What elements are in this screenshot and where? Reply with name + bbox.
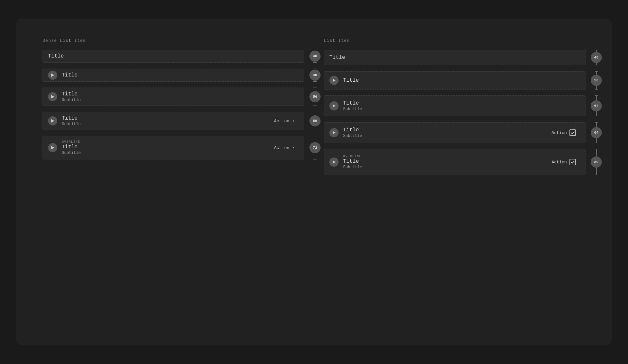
text-group: TitleSubtitle	[62, 115, 274, 126]
list-item-wrapper-list-2: Title56	[324, 71, 585, 90]
size-indicator: 64	[589, 122, 603, 143]
item-subtitle: Subtitle	[62, 98, 299, 102]
list-item-wrapper-dense-4: TitleSubtitleAction›56	[43, 112, 304, 130]
column-1: List ItemTitle48 Title56 TitleSubtitle64…	[324, 38, 585, 326]
text-group: OverlineTitleSubtitle	[62, 140, 274, 155]
list-item-dense-5[interactable]: OverlineTitleSubtitleAction›	[43, 136, 304, 159]
list-item-wrapper-dense-3: TitleSubtitle56	[43, 88, 304, 106]
overline-text: Overline	[62, 140, 274, 144]
list-item-wrapper-dense-5: OverlineTitleSubtitleAction›72	[43, 136, 304, 159]
list-item-list-1[interactable]: Title	[324, 50, 585, 65]
action-label: Action	[274, 145, 289, 150]
item-title: Title	[62, 91, 299, 97]
action-label: Action	[274, 119, 289, 124]
size-badge: 64	[591, 100, 602, 111]
item-subtitle: Subtitle	[343, 107, 580, 111]
play-icon	[329, 76, 339, 85]
item-title: Title	[329, 55, 580, 60]
action-label: Action	[551, 130, 567, 135]
svg-marker-6	[333, 131, 336, 134]
list-item-wrapper-list-5: OverlineTitleSubtitleAction 80	[324, 149, 585, 175]
list-item-dense-3[interactable]: TitleSubtitle	[43, 88, 304, 106]
item-title: Title	[62, 115, 274, 121]
item-title: Title	[62, 72, 299, 78]
size-badge: 56	[591, 75, 602, 86]
action-group: Action›	[274, 145, 295, 150]
svg-marker-2	[51, 119, 54, 123]
item-title: Title	[343, 100, 580, 106]
size-indicator: 56	[589, 71, 603, 90]
action-group: Action	[551, 159, 576, 165]
size-badge: 48	[591, 52, 602, 63]
size-indicator: 64	[589, 95, 603, 116]
list-item-dense-2[interactable]: Title	[43, 69, 304, 82]
action-group: Action	[551, 129, 576, 136]
chevron-right-icon: ›	[292, 118, 295, 124]
play-icon	[329, 157, 339, 167]
list-item-wrapper-list-3: TitleSubtitle64	[324, 95, 585, 116]
play-icon	[48, 116, 57, 125]
text-group: TitleSubtitle	[343, 100, 580, 111]
item-subtitle: Subtitle	[343, 165, 551, 170]
list-item-dense-4[interactable]: TitleSubtitleAction›	[43, 112, 304, 130]
svg-marker-1	[51, 95, 54, 98]
size-indicator: 72	[308, 136, 322, 159]
list-item-wrapper-dense-2: Title40	[43, 69, 304, 82]
size-indicator: 48	[589, 50, 603, 65]
list-item-wrapper-dense-1: Title40	[43, 50, 304, 63]
size-indicator: 40	[308, 50, 322, 63]
svg-marker-0	[51, 74, 54, 77]
column-label: List Item	[324, 38, 585, 43]
text-group: Title	[48, 53, 299, 59]
svg-marker-3	[51, 146, 54, 149]
text-group: OverlineTitleSubtitle	[343, 155, 551, 170]
size-badge: 72	[309, 142, 321, 153]
svg-marker-7	[333, 160, 336, 164]
item-title: Title	[62, 144, 274, 150]
list-item-wrapper-list-1: Title48	[324, 50, 585, 65]
play-icon	[329, 101, 339, 110]
size-badge: 56	[309, 91, 321, 102]
list-item-list-3[interactable]: TitleSubtitle	[324, 95, 585, 116]
size-badge: 56	[309, 115, 321, 126]
item-subtitle: Subtitle	[62, 151, 274, 155]
chevron-right-icon: ›	[292, 145, 295, 150]
svg-marker-5	[333, 104, 336, 108]
list-item-dense-1[interactable]: Title	[43, 50, 304, 63]
list-item-list-5[interactable]: OverlineTitleSubtitleAction	[324, 149, 585, 175]
item-subtitle: Subtitle	[343, 134, 551, 138]
item-subtitle: Subtitle	[62, 122, 274, 126]
list-item-list-2[interactable]: Title	[324, 71, 585, 90]
overline-text: Overline	[343, 155, 551, 158]
checkbox-icon[interactable]	[569, 129, 576, 136]
text-group: Title	[62, 72, 299, 78]
action-group: Action›	[274, 118, 295, 124]
size-badge: 40	[309, 70, 321, 81]
size-indicator: 56	[308, 88, 322, 106]
checkbox-icon[interactable]	[569, 159, 576, 165]
size-indicator: 80	[589, 149, 603, 175]
svg-marker-4	[333, 79, 336, 82]
item-title: Title	[343, 158, 551, 164]
text-group: Title	[343, 77, 580, 83]
play-icon	[48, 143, 57, 152]
main-container: Dense List ItemTitle40 Title40 TitleSubt…	[16, 19, 612, 345]
list-item-list-4[interactable]: TitleSubtitleAction	[324, 122, 585, 143]
item-title: Title	[48, 53, 299, 59]
column-label: Dense List Item	[43, 38, 304, 43]
text-group: TitleSubtitle	[343, 127, 551, 138]
item-title: Title	[343, 77, 580, 83]
play-icon	[48, 71, 57, 80]
item-title: Title	[343, 127, 551, 133]
column-0: Dense List ItemTitle40 Title40 TitleSubt…	[43, 38, 304, 326]
size-badge: 40	[309, 51, 321, 62]
action-label: Action	[551, 160, 567, 165]
size-badge: 80	[591, 157, 602, 168]
text-group: TitleSubtitle	[62, 91, 299, 102]
size-badge: 64	[591, 127, 602, 138]
play-icon	[48, 92, 57, 101]
size-indicator: 40	[308, 69, 322, 82]
size-indicator: 56	[308, 112, 322, 130]
list-item-wrapper-list-4: TitleSubtitleAction 64	[324, 122, 585, 143]
play-icon	[329, 128, 339, 137]
